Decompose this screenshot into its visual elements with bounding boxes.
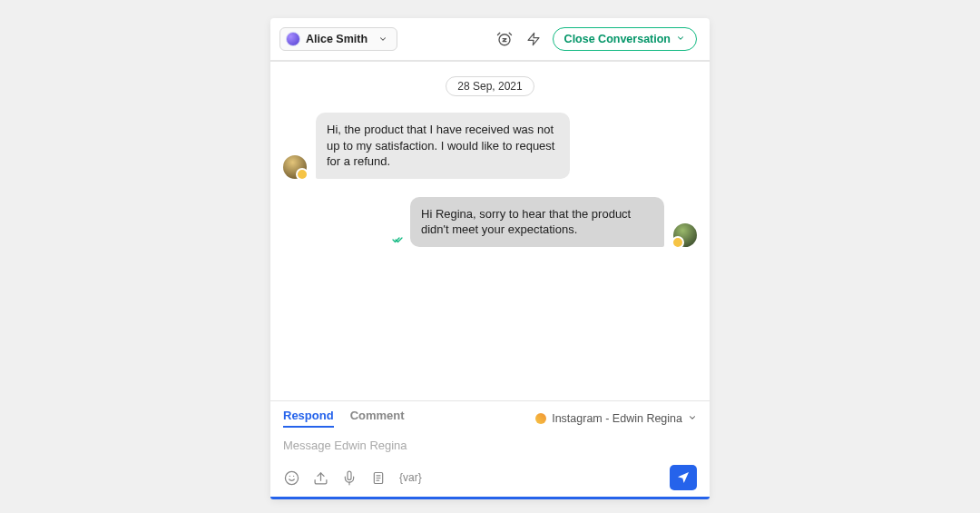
send-button[interactable] [670,465,697,490]
delivered-check-icon [390,234,405,245]
conversation-panel: Alice Smith Close Conversation 28 Sep, 2… [270,18,710,499]
upload-icon[interactable] [312,469,328,486]
toolbar-left: {var} [283,469,422,486]
svg-point-2 [285,471,298,484]
message-bubble: Hi, the product that I have received was… [316,113,570,179]
accent-bar [270,497,710,499]
svg-marker-1 [528,33,539,44]
date-divider: 28 Sep, 2021 [283,76,697,96]
chevron-down-icon [378,35,387,44]
chevron-down-icon [688,412,697,425]
instagram-icon [535,413,546,424]
message-bubble: Hi Regina, sorry to hear that the produc… [410,197,664,247]
message-input[interactable] [283,439,697,452]
conversation-header: Alice Smith Close Conversation [270,18,710,62]
message-list: 28 Sep, 2021 Hi, the product that I have… [270,62,710,400]
channel-selector[interactable]: Instagram - Edwin Regina [535,412,697,425]
emoji-icon[interactable] [283,469,299,486]
message-composer: Respond Comment Instagram - Edwin Regina [270,400,710,499]
agent-avatar [673,223,697,247]
template-icon[interactable] [370,469,387,486]
message-row-incoming: Hi, the product that I have received was… [283,113,697,179]
quick-action-button[interactable] [524,29,544,49]
assignee-name: Alice Smith [306,33,368,45]
snooze-button[interactable] [495,29,514,49]
assignee-dropdown[interactable]: Alice Smith [279,27,397,51]
tab-respond[interactable]: Respond [283,409,334,428]
close-conversation-button[interactable]: Close Conversation [553,27,697,51]
variable-button[interactable]: {var} [399,471,422,484]
customer-avatar [283,155,307,179]
composer-toolbar: {var} [283,465,697,490]
tab-comment[interactable]: Comment [350,409,405,428]
assignee-avatar [286,32,300,46]
header-actions: Close Conversation [495,27,697,51]
composer-header: Respond Comment Instagram - Edwin Regina [283,409,697,428]
chevron-down-icon [676,33,685,45]
date-chip: 28 Sep, 2021 [446,76,534,96]
close-conversation-label: Close Conversation [564,33,671,45]
composer-tabs: Respond Comment [283,409,405,428]
channel-label: Instagram - Edwin Regina [552,412,682,425]
microphone-icon[interactable] [341,469,358,486]
message-row-outgoing: Hi Regina, sorry to hear that the produc… [283,197,697,247]
